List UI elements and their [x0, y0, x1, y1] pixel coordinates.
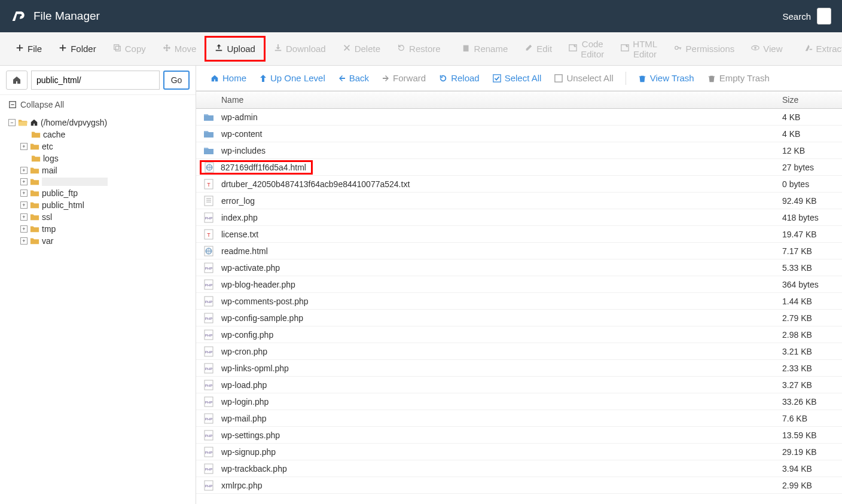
- file-name: wp-blog-header.php: [221, 280, 782, 289]
- file-row[interactable]: 827169dff1f6d5a4.html27 bytes: [196, 159, 842, 176]
- folder-icon: [31, 154, 41, 163]
- tree-label: etc: [42, 142, 53, 151]
- file-row[interactable]: PHPwp-signup.php29.19 KB: [196, 444, 842, 460]
- view-trash-button[interactable]: View Trash: [632, 69, 700, 87]
- file-type-icon: T: [196, 229, 221, 240]
- code-editor-button[interactable]: Code Editor: [560, 33, 612, 65]
- file-row[interactable]: wp-content4 KB: [196, 126, 842, 142]
- collapse-all-button[interactable]: Collapse All: [0, 95, 196, 114]
- tree-node[interactable]: +mail: [20, 164, 190, 176]
- file-row[interactable]: PHPwp-links-opml.php2.33 KB: [196, 360, 842, 377]
- copy-button[interactable]: Copy: [105, 38, 154, 60]
- home-button[interactable]: Home: [205, 69, 252, 87]
- tree-toggle-icon[interactable]: +: [20, 225, 28, 233]
- extract-button[interactable]: Extract: [796, 38, 842, 60]
- svg-text:PHP: PHP: [205, 267, 212, 270]
- unselect-all-button[interactable]: Unselect All: [548, 69, 619, 87]
- file-type-icon: T: [196, 179, 221, 190]
- file-row[interactable]: PHPwp-config-sample.php2.79 KB: [196, 310, 842, 326]
- file-row[interactable]: PHPxmlrpc.php2.99 KB: [196, 477, 842, 494]
- view-button[interactable]: View: [743, 38, 791, 60]
- file-row[interactable]: PHPwp-load.php3.27 KB: [196, 377, 842, 393]
- file-type-icon: PHP: [196, 346, 221, 357]
- tree-toggle-icon[interactable]: +: [20, 213, 28, 221]
- file-name: wp-content: [221, 129, 782, 139]
- column-size[interactable]: Size: [782, 95, 842, 105]
- folder-icon: [30, 213, 39, 221]
- tree-toggle-icon[interactable]: +: [20, 237, 28, 245]
- file-row[interactable]: PHPwp-mail.php7.6 KB: [196, 410, 842, 427]
- tree-node[interactable]: +etc: [20, 140, 190, 152]
- tree-root[interactable]: − (/home/dvpvygsh): [8, 117, 190, 129]
- forward-button[interactable]: Forward: [376, 69, 432, 87]
- edit-button[interactable]: Edit: [516, 38, 560, 60]
- delete-button[interactable]: Delete: [334, 38, 389, 60]
- tree-node[interactable]: +: [20, 176, 190, 187]
- file-button[interactable]: File: [7, 38, 50, 60]
- file-name: wp-config-sample.php: [221, 313, 782, 323]
- tree-node[interactable]: +ssl: [20, 211, 190, 223]
- download-icon: [274, 44, 282, 54]
- file-name: xmlrpc.php: [221, 481, 782, 490]
- file-size: 3.94 KB: [782, 464, 842, 474]
- folder-tree: − (/home/dvpvygsh) cache+etclogs+mail++p…: [0, 114, 196, 504]
- file-row[interactable]: PHPwp-settings.php13.59 KB: [196, 427, 842, 444]
- app-header: File Manager Search: [0, 0, 842, 32]
- file-row[interactable]: wp-includes12 KB: [196, 142, 842, 159]
- file-row[interactable]: PHPwp-blog-header.php364 bytes: [196, 276, 842, 293]
- rename-button[interactable]: Rename: [454, 38, 517, 60]
- file-row[interactable]: PHPindex.php418 bytes: [196, 209, 842, 226]
- svg-rect-1: [115, 46, 120, 51]
- file-row[interactable]: PHPwp-config.php2.98 KB: [196, 326, 842, 343]
- svg-text:PHP: PHP: [205, 451, 212, 454]
- path-input[interactable]: [31, 71, 160, 90]
- tree-toggle-icon[interactable]: +: [20, 178, 28, 185]
- file-row[interactable]: PHPwp-activate.php5.33 KB: [196, 259, 842, 276]
- tree-label: cache: [43, 130, 65, 139]
- tree-node[interactable]: logs: [20, 152, 190, 164]
- reload-button[interactable]: Reload: [433, 69, 486, 87]
- select-all-button[interactable]: Select All: [487, 69, 548, 87]
- file-row[interactable]: PHPwp-trackback.php3.94 KB: [196, 460, 842, 477]
- tree-toggle-icon[interactable]: +: [20, 143, 28, 150]
- search-input[interactable]: [817, 8, 831, 25]
- up-level-button[interactable]: Up One Level: [254, 69, 331, 87]
- file-row[interactable]: PHPwp-cron.php3.21 KB: [196, 343, 842, 360]
- move-button[interactable]: Move: [154, 38, 205, 60]
- download-button[interactable]: Download: [266, 38, 334, 60]
- file-row[interactable]: error_log92.49 KB: [196, 193, 842, 209]
- folder-icon: [31, 130, 41, 139]
- tree-node[interactable]: cache: [20, 129, 190, 140]
- tree-toggle-icon[interactable]: +: [20, 190, 28, 197]
- tree-node[interactable]: +tmp: [20, 223, 190, 235]
- empty-trash-button[interactable]: Empty Trash: [701, 69, 776, 87]
- file-row[interactable]: readme.html7.17 KB: [196, 243, 842, 259]
- home-icon-button[interactable]: [6, 71, 28, 90]
- collapse-icon: [8, 100, 17, 109]
- html-editor-button[interactable]: HTML Editor: [612, 33, 665, 65]
- svg-text:PHP: PHP: [205, 334, 212, 337]
- file-row[interactable]: PHPwp-comments-post.php1.44 KB: [196, 293, 842, 310]
- tree-node[interactable]: +public_html: [20, 199, 190, 211]
- tree-toggle-icon[interactable]: +: [20, 201, 28, 209]
- back-button[interactable]: Back: [332, 69, 375, 87]
- file-row[interactable]: PHPwp-login.php33.26 KB: [196, 393, 842, 410]
- svg-rect-9: [493, 74, 501, 81]
- permissions-button[interactable]: Permissions: [666, 38, 743, 60]
- tree-node[interactable]: +var: [20, 235, 190, 247]
- folder-button[interactable]: Folder: [50, 38, 105, 60]
- go-button[interactable]: Go: [163, 71, 190, 90]
- file-row[interactable]: Tdrtuber_42050b487413f64acb9e84410077a52…: [196, 176, 842, 193]
- upload-button[interactable]: Upload: [205, 36, 266, 62]
- tree-toggle-icon[interactable]: −: [8, 119, 16, 126]
- folder-icon: [30, 237, 39, 245]
- restore-button[interactable]: Restore: [389, 38, 449, 60]
- content-toolbar: Home Up One Level Back Forward Reload Se…: [196, 66, 842, 91]
- file-row[interactable]: wp-admin4 KB: [196, 109, 842, 126]
- tree-toggle-icon[interactable]: +: [20, 167, 28, 174]
- tree-node[interactable]: +public_ftp: [20, 187, 190, 199]
- column-name[interactable]: Name: [221, 95, 782, 105]
- file-type-icon: PHP: [196, 262, 221, 273]
- file-row[interactable]: Tlicense.txt19.47 KB: [196, 226, 842, 243]
- file-name: index.php: [221, 213, 782, 222]
